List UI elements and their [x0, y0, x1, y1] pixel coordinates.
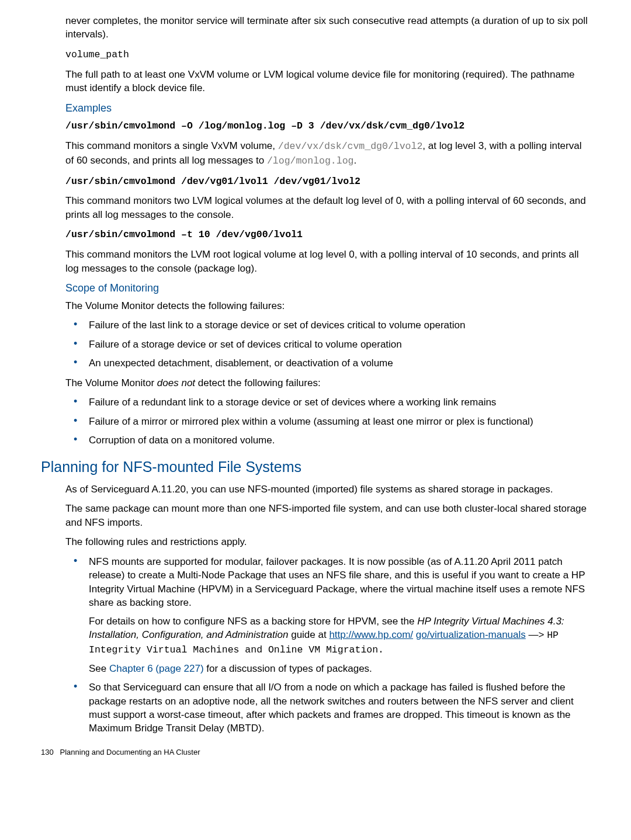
command: /usr/sbin/cmvolmond /dev/vg01/lvol1 /dev…	[65, 176, 360, 187]
text: for a discussion of types of packages.	[204, 663, 372, 674]
text: This command monitors a single VxVM volu…	[65, 140, 278, 151]
list-item: Corruption of data on a monitored volume…	[65, 433, 590, 447]
para: The full path to at least one VxVM volum…	[65, 68, 590, 95]
text: .	[353, 155, 356, 166]
text: —>	[526, 629, 547, 640]
text: detect the following failures:	[195, 377, 321, 388]
page-footer: 130 Planning and Documenting an HA Clust…	[41, 747, 590, 758]
emphasis: does not	[157, 377, 195, 388]
chapter-title: Planning and Documenting an HA Cluster	[60, 748, 200, 756]
heading-examples: Examples	[65, 101, 590, 116]
para: The Volume Monitor does not detect the f…	[65, 376, 590, 390]
detect-list: Failure of the last link to a storage de…	[65, 318, 590, 370]
list-item: Failure of a mirror or mirrored plex wit…	[65, 415, 590, 428]
list-item: Failure of a redundant link to a storage…	[65, 395, 590, 409]
list-item: An unexpected detachment, disablement, o…	[65, 356, 590, 370]
para: NFS mounts are supported for modular, fa…	[89, 555, 590, 610]
not-detect-list: Failure of a redundant link to a storage…	[65, 395, 590, 447]
para: The same package can mount more than one…	[65, 502, 590, 529]
para: The following rules and restrictions app…	[65, 535, 590, 549]
list-item: So that Serviceguard can ensure that all…	[65, 681, 590, 735]
page-number: 130	[41, 748, 54, 756]
para: never completes, the monitor service wil…	[65, 14, 590, 41]
para: This command monitors a single VxVM volu…	[65, 139, 590, 168]
rules-list: NFS mounts are supported for modular, fa…	[65, 555, 590, 735]
para: For details on how to configure NFS as a…	[89, 615, 590, 657]
para: See Chapter 6 (page 227) for a discussio…	[89, 662, 590, 675]
para: The Volume Monitor detects the following…	[65, 299, 590, 313]
text: See	[89, 663, 109, 674]
para: This command monitors the LVM root logic…	[65, 248, 590, 275]
external-link[interactable]: go/virtualization-manuals	[416, 629, 526, 640]
heading-nfs: Planning for NFS-mounted File Systems	[41, 457, 590, 477]
cross-reference[interactable]: Chapter 6 (page 227)	[109, 663, 204, 674]
code-path: /log/monlog.log	[267, 155, 354, 166]
code-path: /dev/vx/dsk/cvm_dg0/lvol2	[278, 141, 423, 152]
text: For details on how to configure NFS as a…	[89, 616, 417, 627]
para: As of Serviceguard A.11.20, you can use …	[65, 483, 590, 496]
list-item: NFS mounts are supported for modular, fa…	[65, 555, 590, 675]
text: guide at	[288, 629, 329, 640]
heading-scope: Scope of Monitoring	[65, 281, 590, 296]
para: This command monitors two LVM logical vo…	[65, 194, 590, 221]
list-item: Failure of the last link to a storage de…	[65, 318, 590, 332]
code-token: volume_path	[65, 49, 129, 60]
text: The Volume Monitor	[65, 377, 157, 388]
command: /usr/sbin/cmvolmond –O /log/monlog.log –…	[65, 120, 464, 131]
command: /usr/sbin/cmvolmond –t 10 /dev/vg00/lvol…	[65, 229, 303, 240]
list-item: Failure of a storage device or set of de…	[65, 338, 590, 351]
external-link[interactable]: http://www.hp.com/	[329, 629, 413, 640]
